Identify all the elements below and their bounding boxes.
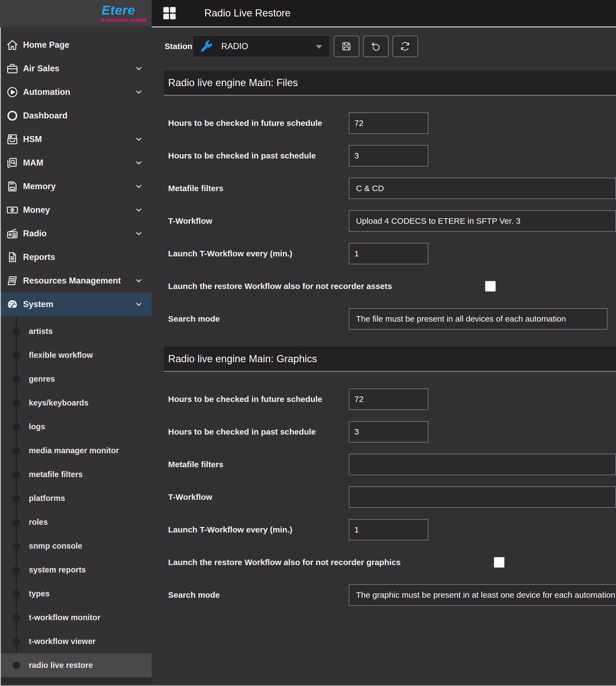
sidebar-item-dashboard[interactable]: Dashboard — [0, 104, 152, 128]
sidebar-subitem-logs[interactable]: logs — [0, 415, 152, 439]
sidebar-subitem-artists[interactable]: artists — [0, 319, 152, 343]
input-hours-to-be-checked-in-past-schedule[interactable]: 3 — [349, 421, 428, 442]
sidebar-item-label: System — [23, 299, 53, 309]
sidebar-subitem-label: artists — [29, 327, 53, 336]
field-label: Launch T-Workflow every (min.) — [168, 525, 349, 534]
banknote-icon — [6, 204, 19, 216]
field-label: Launch the restore Workflow also for not… — [168, 558, 401, 567]
sidebar-subitem-label: keys/keyboards — [29, 398, 89, 407]
sidebar-item-system[interactable]: System — [0, 293, 152, 316]
brand-tagline: A consisten system — [101, 17, 147, 23]
page-title: Radio Live Restore — [204, 7, 291, 19]
grid-menu-icon[interactable] — [161, 5, 178, 21]
brand-name: Etere — [102, 4, 147, 17]
sidebar-item-label: Memory — [23, 182, 56, 191]
refresh-button[interactable] — [393, 36, 418, 57]
input-launch-t-workflow-every-min[interactable]: 1 — [349, 519, 428, 541]
sidebar-subitem-label: flexible workflow — [29, 351, 93, 360]
sidebar-subitem-label: genres — [29, 374, 55, 384]
sidebar-item-air-sales[interactable]: Air Sales — [0, 57, 152, 80]
field-label: Search mode — [168, 314, 349, 323]
sidebar-item-label: Reports — [23, 252, 55, 262]
archive-icon — [6, 133, 19, 145]
input-t-workflow[interactable]: Upload 4 CODECS to ETERE in SFTP Ver. 3 — [349, 210, 616, 232]
sidebar-subitem-t-workflow-viewer[interactable]: t-workflow viewer — [0, 630, 152, 654]
input-value: The graphic must be present in at least … — [356, 590, 615, 600]
form-row: Hours to be checked in past schedule 3 — [168, 415, 616, 448]
form-row: Hours to be checked in future schedule 7… — [168, 107, 616, 139]
input-search-mode[interactable]: The file must be present in all devices … — [349, 308, 608, 329]
sidebar-subitem-flexible-workflow[interactable]: flexible workflow — [0, 343, 152, 367]
section-title: Radio live engine Main: Graphics — [164, 353, 317, 365]
caret-down-icon — [316, 45, 322, 49]
input-value: The file must be present in all devices … — [356, 314, 566, 323]
sidebar-subitem-label: snmp console — [29, 542, 82, 551]
journal-icon — [6, 274, 19, 287]
section-radio-live-engine-main-graphics: Radio live engine Main: Graphics Hours t… — [152, 347, 616, 611]
sidebar-body: Home Page Air Sales Automation Dashboard… — [0, 26, 152, 677]
sidebar-subitem-radio-live-restore[interactable]: radio live restore — [0, 654, 152, 677]
sidebar-subitem-label: metafile filters — [29, 470, 83, 479]
input-hours-to-be-checked-in-future-schedule[interactable]: 72 — [349, 389, 428, 410]
field-label: T-Workflow — [168, 216, 349, 226]
sidebar-item-reports[interactable]: Reports — [0, 245, 152, 269]
app-header: Radio Live Restore — [152, 0, 616, 26]
sidebar-subitem-genres[interactable]: genres — [0, 367, 152, 391]
section-title: Radio live engine Main: Files — [164, 77, 298, 89]
sidebar-subitem-label: radio live restore — [29, 661, 93, 670]
input-value: 72 — [354, 118, 364, 128]
input-hours-to-be-checked-in-future-schedule[interactable]: 72 — [349, 112, 428, 134]
sidebar-subitem-types[interactable]: types — [0, 582, 152, 606]
form-row: Search mode The graphic must be present … — [168, 578, 616, 611]
field-label: Metafile filters — [168, 460, 349, 469]
sidebar-item-label: Resources Management — [23, 276, 121, 286]
field-label: Launch the restore Workflow also for not… — [168, 281, 392, 291]
input-value: 3 — [354, 427, 359, 436]
sidebar-subitem-label: media manager monitor — [29, 446, 119, 455]
sidebar-item-resources-management[interactable]: Resources Management — [0, 269, 152, 293]
form-row: Launch the restore Workflow also for not… — [168, 546, 616, 578]
sidebar-subitem-system-reports[interactable]: system reports — [0, 558, 152, 582]
input-hours-to-be-checked-in-past-schedule[interactable]: 3 — [349, 145, 428, 166]
input-metafile-filters[interactable] — [349, 454, 616, 475]
chevron-down-icon — [135, 206, 143, 214]
form-row: Metafile filters — [168, 448, 616, 481]
sidebar-subitem-keys-keyboards[interactable]: keys/keyboards — [0, 391, 152, 415]
sidebar-item-label: Automation — [23, 87, 70, 97]
chevron-down-icon — [135, 229, 143, 238]
sidebar-subitem-label: t-workflow viewer — [29, 637, 95, 646]
input-t-workflow[interactable] — [349, 486, 616, 508]
sidebar-subitem-platforms[interactable]: platforms — [0, 486, 152, 510]
sidebar-subitem-metafile-filters[interactable]: metafile filters — [0, 462, 152, 486]
station-select[interactable]: RADIO — [193, 36, 330, 57]
sidebar-item-automation[interactable]: Automation — [0, 80, 152, 104]
save-button[interactable] — [334, 36, 359, 57]
settings-content: Radio live engine Main: Files Hours to b… — [152, 70, 616, 611]
checkbox-launch-the-restore-workflow-also-for-not-recorder-assets[interactable] — [485, 281, 496, 292]
sidebar-subitem-roles[interactable]: roles — [0, 510, 152, 534]
window-edge-left — [0, 27, 1, 686]
input-metafile-filters[interactable]: C & CD — [349, 178, 616, 199]
chevron-down-icon — [135, 182, 143, 190]
form-row: Search mode The file must be present in … — [168, 302, 616, 335]
sidebar-subitem-media-manager-monitor[interactable]: media manager monitor — [0, 439, 152, 462]
sidebar-subitem-label: types — [29, 589, 50, 598]
sidebar-subitem-snmp-console[interactable]: snmp console — [0, 534, 152, 558]
sidebar-item-money[interactable]: Money — [0, 198, 152, 222]
sidebar-subitem-t-workflow-monitor[interactable]: t-workflow monitor — [0, 606, 152, 630]
form-row: Launch the restore Workflow also for not… — [168, 270, 616, 302]
sidebar-item-hsm[interactable]: HSM — [0, 128, 152, 151]
checkbox-launch-the-restore-workflow-also-for-not-recorder-graphics[interactable] — [494, 557, 504, 568]
sidebar-item-home-page[interactable]: Home Page — [0, 33, 152, 57]
sidebar-item-memory[interactable]: Memory — [0, 175, 152, 198]
undo-icon — [370, 41, 381, 52]
briefcase-icon — [6, 62, 19, 75]
sd-card-icon — [6, 180, 19, 193]
input-launch-t-workflow-every-min[interactable]: 1 — [349, 243, 428, 264]
sidebar-item-radio[interactable]: Radio — [0, 222, 152, 245]
input-search-mode[interactable]: The graphic must be present in at least … — [349, 584, 616, 606]
field-label: Search mode — [168, 590, 349, 600]
sidebar-submenu: artists flexible workflow genres keys/ke… — [0, 316, 152, 677]
sidebar-item-mam[interactable]: MAM — [0, 151, 152, 175]
undo-button[interactable] — [363, 36, 389, 57]
